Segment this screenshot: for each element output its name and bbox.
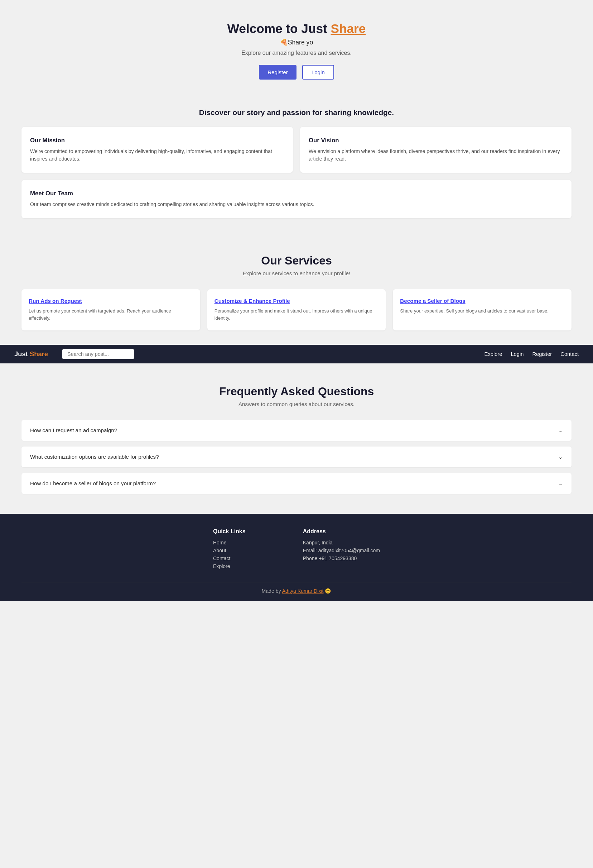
faq-title: Frequently Asked Questions: [22, 385, 571, 398]
about-cards-top: Our Mission We're committed to empowerin…: [22, 127, 571, 173]
footer-content: Quick Links Home About Contact Explore A…: [22, 528, 571, 571]
faq-section: Frequently Asked Questions Answers to co…: [0, 363, 593, 514]
nav-explore[interactable]: Explore: [484, 351, 502, 357]
login-button[interactable]: Login: [302, 65, 334, 80]
team-text: Our team comprises creative minds dedica…: [30, 201, 563, 208]
team-title: Meet Our Team: [30, 190, 563, 197]
hero-subtitle-icon: 🍕Share yo: [7, 39, 586, 46]
faq-subtitle: Answers to common queries about our serv…: [22, 401, 571, 407]
service-seller-title[interactable]: Become a Seller of Blogs: [400, 298, 564, 304]
faq-question-2: How do I become a seller of blogs on you…: [30, 480, 156, 486]
chevron-down-icon-1: ⌄: [558, 454, 563, 460]
vision-card: Our Vision We envision a platform where …: [300, 127, 571, 173]
nav-contact[interactable]: Contact: [561, 351, 579, 357]
register-button[interactable]: Register: [259, 65, 296, 80]
hero-tagline: Explore our amazing features and service…: [7, 50, 586, 56]
navbar-links: Explore Login Register Contact: [484, 351, 579, 357]
footer-address-line1: Kanpur, India: [303, 540, 380, 545]
mission-title: Our Mission: [30, 137, 284, 144]
faq-question-1: What customization options are available…: [30, 454, 159, 460]
hero-title: Welcome to Just Share: [7, 22, 586, 36]
search-input[interactable]: [62, 349, 134, 359]
chevron-down-icon-2: ⌄: [558, 480, 563, 487]
service-profile-title[interactable]: Customize & Enhance Profile: [215, 298, 379, 304]
faq-item-2[interactable]: How do I become a seller of blogs on you…: [22, 473, 571, 494]
services-cards: Run Ads on Request Let us promote your c…: [22, 289, 571, 330]
footer-link-home[interactable]: Home: [213, 540, 246, 545]
footer-address: Address Kanpur, India Email: adityadixit…: [303, 528, 380, 571]
services-subtitle: Explore our services to enhance your pro…: [22, 270, 571, 276]
footer: Quick Links Home About Contact Explore A…: [0, 514, 593, 601]
vision-text: We envision a platform where ideas flour…: [309, 148, 563, 163]
service-ads-text: Let us promote your content with targete…: [29, 307, 193, 322]
footer-made-by-link[interactable]: Aditya Kumar Dixit: [282, 588, 324, 594]
faq-question-0: How can I request an ad campaign?: [30, 427, 117, 433]
service-card-seller: Become a Seller of Blogs Share your expe…: [393, 289, 571, 330]
footer-address-email: Email: adityadixit7054@gmail.com: [303, 548, 380, 554]
footer-bottom: Made by Aditya Kumar Dixit 😊: [22, 582, 571, 594]
navbar-brand-share: Share: [30, 350, 48, 358]
footer-link-about[interactable]: About: [213, 548, 246, 554]
nav-login[interactable]: Login: [511, 351, 524, 357]
services-title: Our Services: [22, 254, 571, 267]
about-section: Discover our story and passion for shari…: [0, 94, 593, 233]
faq-item-1[interactable]: What customization options are available…: [22, 447, 571, 467]
about-title: Discover our story and passion for shari…: [22, 108, 571, 117]
footer-address-title: Address: [303, 528, 380, 535]
chevron-down-icon-0: ⌄: [558, 427, 563, 434]
navbar: Just Share Explore Login Register Contac…: [0, 345, 593, 363]
navbar-brand-prefix: Just: [14, 350, 30, 358]
footer-quick-links-title: Quick Links: [213, 528, 246, 535]
mission-card: Our Mission We're committed to empowerin…: [22, 127, 293, 173]
services-section: Our Services Explore our services to enh…: [0, 233, 593, 344]
service-card-profile: Customize & Enhance Profile Personalize …: [207, 289, 386, 330]
team-card: Meet Our Team Our team comprises creativ…: [22, 180, 571, 218]
footer-link-explore[interactable]: Explore: [213, 563, 246, 569]
faq-item-0[interactable]: How can I request an ad campaign? ⌄: [22, 420, 571, 441]
nav-register[interactable]: Register: [532, 351, 552, 357]
navbar-brand: Just Share: [14, 350, 48, 358]
hero-title-prefix: Welcome to Just: [227, 22, 331, 35]
footer-made-by-prefix: Made by: [262, 588, 282, 594]
mission-text: We're committed to empowering individual…: [30, 148, 284, 163]
service-ads-title[interactable]: Run Ads on Request: [29, 298, 193, 304]
footer-emoji: 😊: [325, 588, 331, 594]
service-seller-text: Share your expertise. Sell your blogs an…: [400, 307, 564, 314]
hero-buttons: Register Login: [7, 65, 586, 80]
hero-brand: Share: [331, 22, 366, 35]
service-profile-text: Personalize your profile and make it sta…: [215, 307, 379, 322]
service-card-ads: Run Ads on Request Let us promote your c…: [22, 289, 200, 330]
footer-link-contact[interactable]: Contact: [213, 555, 246, 561]
vision-title: Our Vision: [309, 137, 563, 144]
hero-section: Welcome to Just Share 🍕Share yo Explore …: [0, 0, 593, 94]
footer-address-phone: Phone:+91 7054293380: [303, 555, 380, 561]
footer-quick-links: Quick Links Home About Contact Explore: [213, 528, 246, 571]
